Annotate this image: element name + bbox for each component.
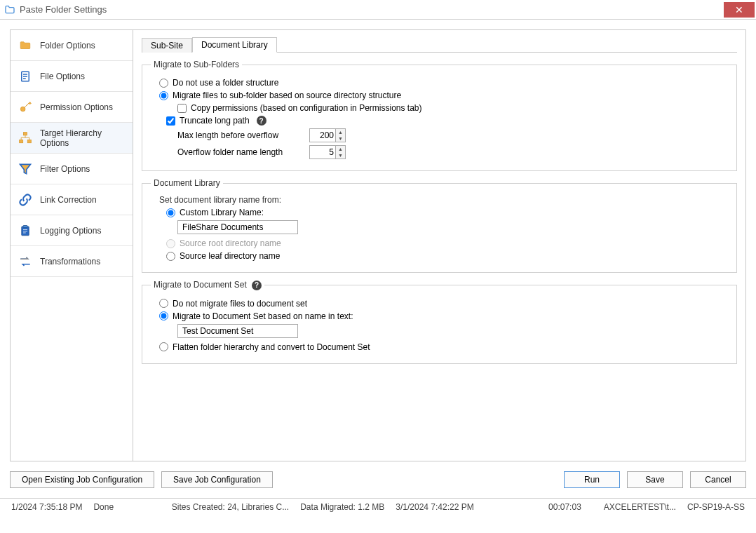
- legend-docset: Migrate to Document Set ?: [151, 280, 264, 290]
- document-icon: [18, 69, 33, 84]
- label-max-length: Max length before overflow: [177, 130, 304, 140]
- open-job-button[interactable]: Open Existing Job Configuration: [10, 471, 154, 488]
- status-sites: Sites Created: 24, Libraries C...: [166, 502, 295, 512]
- label-copy-permissions: Copy permissions (based on configuration…: [191, 103, 422, 113]
- link-icon: [18, 192, 33, 208]
- status-user: AXCELERTEST\t...: [598, 502, 682, 512]
- radio-no-folder-structure[interactable]: [159, 79, 168, 88]
- status-done: Done: [88, 502, 119, 512]
- radio-source-root: [166, 239, 175, 248]
- sidebar-item-label: Folder Options: [40, 41, 95, 50]
- sidebar-item-link-correction[interactable]: Link Correction: [11, 184, 133, 215]
- svg-rect-9: [23, 225, 27, 227]
- radio-docset-flatten[interactable]: [159, 342, 168, 351]
- content-panel: Sub-Site Document Library Migrate to Sub…: [133, 29, 746, 461]
- tab-sub-site[interactable]: Sub-Site: [142, 38, 192, 53]
- label-custom-library-name: Custom Library Name:: [180, 208, 264, 217]
- sidebar-item-label: Target Hierarchy Options: [40, 128, 126, 148]
- sidebar-item-transformations[interactable]: Transformations: [11, 246, 133, 277]
- check-truncate-path[interactable]: [166, 116, 175, 126]
- radio-source-leaf[interactable]: [166, 252, 175, 261]
- run-button[interactable]: Run: [564, 471, 620, 488]
- group-document-library: Document Library Set document library na…: [142, 178, 737, 273]
- svg-rect-6: [20, 140, 23, 142]
- key-icon: [18, 100, 33, 115]
- transform-icon: [18, 254, 33, 269]
- spinner-buttons[interactable]: ▲▼: [335, 129, 345, 142]
- sidebar-item-permission-options[interactable]: Permission Options: [11, 92, 133, 123]
- group-migrate-subfolders: Migrate to Sub-Folders Do not use a fold…: [142, 60, 737, 171]
- label-source-leaf: Source leaf directory name: [180, 251, 280, 261]
- sidebar-item-target-hierarchy[interactable]: Target Hierarchy Options: [11, 123, 133, 154]
- sidebar-item-logging-options[interactable]: Logging Options: [11, 215, 133, 246]
- legend-doclib: Document Library: [151, 178, 223, 188]
- sidebar-item-label: Transformations: [40, 257, 100, 266]
- status-server: CP-SP19-A-SS: [682, 502, 750, 512]
- status-data: Data Migrated: 1.2 MB: [295, 502, 390, 512]
- svg-rect-5: [24, 132, 27, 135]
- help-icon[interactable]: ?: [257, 116, 266, 126]
- status-time1: 1/2024 7:35:18 PM: [6, 502, 88, 512]
- label-migrate-subfolder: Migrate files to sub-folder based on sou…: [173, 90, 401, 100]
- legend-docset-text: Migrate to Document Set: [154, 280, 247, 290]
- check-copy-permissions[interactable]: [177, 104, 187, 113]
- radio-docset-migrate[interactable]: [159, 311, 168, 321]
- sidebar: Folder Options File Options Permission O…: [10, 29, 133, 461]
- folder-icon: [4, 4, 15, 15]
- legend-subfolders: Migrate to Sub-Folders: [151, 60, 242, 69]
- save-job-button[interactable]: Save Job Configuration: [161, 471, 273, 488]
- label-truncate-path: Truncate long path: [180, 116, 250, 126]
- sidebar-item-label: Link Correction: [40, 195, 97, 205]
- spinner-buttons[interactable]: ▲▼: [335, 146, 345, 158]
- status-elapsed: 00:07:03: [543, 502, 587, 512]
- status-bar: 1/2024 7:35:18 PM Done Sites Created: 24…: [0, 498, 756, 515]
- radio-migrate-subfolder[interactable]: [159, 91, 168, 100]
- input-docset-name[interactable]: [177, 324, 298, 338]
- label-no-folder-structure: Do not use a folder structure: [173, 78, 278, 88]
- tabs: Sub-Site Document Library: [142, 37, 737, 53]
- sidebar-item-label: Permission Options: [40, 102, 113, 112]
- label-docset-flatten: Flatten folder hierarchy and convert to …: [173, 342, 370, 352]
- sidebar-item-label: File Options: [40, 72, 85, 81]
- label-source-root: Source root directory name: [180, 238, 281, 248]
- radio-docset-none[interactable]: [159, 299, 168, 308]
- svg-rect-7: [27, 140, 31, 142]
- group-migrate-docset: Migrate to Document Set ? Do not migrate…: [142, 280, 737, 364]
- sidebar-item-label: Logging Options: [40, 226, 101, 236]
- clipboard-icon: [18, 223, 33, 238]
- status-time2: 3/1/2024 7:42:22 PM: [390, 502, 479, 512]
- label-overflow-length: Overflow folder name length: [177, 147, 304, 157]
- cancel-button[interactable]: Cancel: [690, 471, 746, 488]
- window-title: Paste Folder Settings: [20, 4, 724, 15]
- input-custom-library-name[interactable]: [177, 220, 298, 234]
- svg-point-4: [20, 107, 25, 112]
- label-set-from: Set document library name from:: [159, 195, 728, 205]
- button-row: Open Existing Job Configuration Save Job…: [10, 471, 746, 488]
- hierarchy-icon: [18, 130, 33, 146]
- folder-icon: [18, 38, 33, 53]
- radio-custom-library-name[interactable]: [166, 208, 175, 217]
- title-bar: Paste Folder Settings ✕: [0, 0, 756, 20]
- save-button[interactable]: Save: [627, 471, 683, 488]
- sidebar-item-folder-options[interactable]: Folder Options: [11, 30, 133, 61]
- sidebar-item-file-options[interactable]: File Options: [11, 61, 133, 92]
- tab-document-library[interactable]: Document Library: [192, 37, 277, 53]
- sidebar-item-filter-options[interactable]: Filter Options: [11, 154, 133, 184]
- label-docset-none: Do not migrate files to document set: [173, 299, 307, 309]
- close-button[interactable]: ✕: [724, 2, 755, 18]
- help-icon[interactable]: ?: [252, 281, 262, 290]
- filter-icon: [18, 161, 33, 177]
- sidebar-item-label: Filter Options: [40, 164, 90, 174]
- label-docset-migrate: Migrate to Document Set based on name in…: [173, 311, 353, 321]
